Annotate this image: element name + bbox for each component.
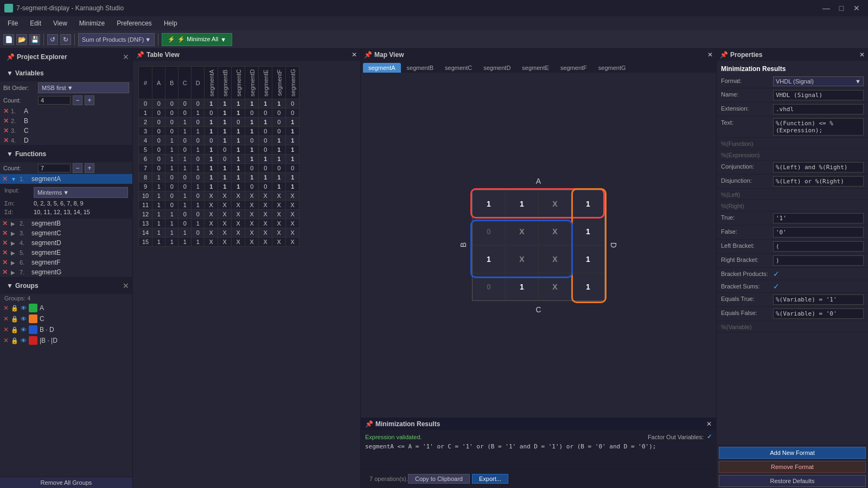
kmap-cell[interactable]: 1 bbox=[572, 246, 604, 273]
copy-clipboard-btn[interactable]: Copy to Clipboard bbox=[408, 474, 470, 484]
format-dropdown[interactable]: Sum of Products (DNF) ▼ bbox=[78, 33, 155, 46]
map-view-close[interactable]: ✕ bbox=[707, 51, 713, 59]
group-A-lock[interactable]: 🔒 bbox=[11, 305, 18, 312]
func-7-remove[interactable]: ✕ bbox=[2, 268, 10, 276]
kmap-cell[interactable]: 1 bbox=[473, 190, 505, 217]
func-count-increase[interactable]: + bbox=[85, 163, 94, 173]
var-count-decrease[interactable]: − bbox=[73, 95, 82, 105]
close-window[interactable]: ✕ bbox=[850, 3, 864, 14]
func-5-expand[interactable]: ▶ bbox=[11, 250, 18, 256]
prop-name-input[interactable] bbox=[773, 90, 864, 100]
prop-extension-input[interactable] bbox=[773, 104, 864, 114]
tab-segG[interactable]: segmentG bbox=[593, 63, 631, 73]
var-count-increase[interactable]: + bbox=[85, 95, 94, 105]
window-controls[interactable]: — □ ✕ bbox=[819, 3, 864, 14]
variables-header[interactable]: ▼ Variables bbox=[0, 65, 132, 81]
functions-header[interactable]: ▼ Functions bbox=[0, 146, 132, 162]
func-item-1[interactable]: ✕ ▼ 1. segmentA bbox=[0, 174, 132, 184]
kmap-cell[interactable]: 0 bbox=[473, 273, 505, 300]
kmap-cell[interactable]: X bbox=[539, 246, 571, 273]
kmap-cell[interactable]: X bbox=[539, 190, 571, 217]
project-explorer-header[interactable]: 📌 Project Explorer ✕ bbox=[0, 49, 132, 65]
kmap-cell[interactable]: 1 bbox=[572, 190, 604, 217]
table-view-close[interactable]: ✕ bbox=[352, 51, 357, 59]
tab-segD[interactable]: segmentD bbox=[478, 63, 516, 73]
group-A-remove[interactable]: ✕ bbox=[3, 304, 9, 312]
kmap-cell[interactable]: 1 bbox=[506, 190, 538, 217]
prop-equals-false-input[interactable] bbox=[773, 309, 864, 319]
func-item-7[interactable]: ✕ ▶ 7. segmentG bbox=[0, 267, 132, 277]
func-4-remove[interactable]: ✕ bbox=[2, 239, 10, 247]
group-nBnD-remove[interactable]: ✕ bbox=[3, 337, 9, 344]
kmap-cell[interactable]: 1 bbox=[506, 273, 538, 300]
var-count-input[interactable]: 4 bbox=[38, 96, 71, 105]
kmap-cell[interactable]: X bbox=[539, 273, 571, 300]
group-A-eye[interactable]: 👁 bbox=[21, 305, 27, 311]
redo-btn[interactable]: ↻ bbox=[60, 34, 71, 45]
kmap-cell[interactable]: X bbox=[506, 218, 538, 245]
func-4-expand[interactable]: ▶ bbox=[11, 240, 18, 246]
func-2-expand[interactable]: ▶ bbox=[11, 221, 18, 227]
group-BD-eye[interactable]: 👁 bbox=[21, 326, 27, 333]
kmap-cell[interactable]: X bbox=[506, 246, 538, 273]
prop-left-bracket-input[interactable] bbox=[773, 241, 864, 252]
groups-header[interactable]: ▼ Groups ✕ bbox=[0, 278, 132, 294]
open-file-btn[interactable]: 📂 bbox=[16, 34, 27, 45]
func-5-remove[interactable]: ✕ bbox=[2, 249, 10, 256]
tab-segE[interactable]: segmentE bbox=[516, 63, 554, 73]
func-7-expand[interactable]: ▶ bbox=[11, 269, 18, 275]
tab-segB[interactable]: segmentB bbox=[401, 63, 439, 73]
export-btn[interactable]: Export... bbox=[472, 474, 508, 484]
func-1-expand[interactable]: ▼ bbox=[11, 176, 18, 182]
var-4-remove[interactable]: ✕ bbox=[3, 137, 9, 144]
func-item-4[interactable]: ✕ ▶ 4. segmentD bbox=[0, 238, 132, 248]
var-3-remove[interactable]: ✕ bbox=[3, 127, 9, 134]
func-6-expand[interactable]: ▶ bbox=[11, 260, 18, 266]
min-results-close[interactable]: ✕ bbox=[706, 420, 712, 428]
prop-bracket-products-check[interactable]: ✓ bbox=[773, 269, 780, 278]
group-BD-lock[interactable]: 🔒 bbox=[11, 326, 18, 333]
kmap-cell[interactable]: 0 bbox=[473, 218, 505, 245]
kmap-cell[interactable]: 1 bbox=[572, 273, 604, 300]
func-item-3[interactable]: ✕ ▶ 3. segmentC bbox=[0, 228, 132, 238]
prop-format-dropdown[interactable]: VHDL (Signal) ▼ bbox=[773, 76, 864, 86]
minimize-window[interactable]: — bbox=[819, 3, 833, 14]
var-1-remove[interactable]: ✕ bbox=[3, 107, 9, 115]
properties-close[interactable]: ✕ bbox=[859, 51, 865, 59]
func-3-expand[interactable]: ▶ bbox=[11, 230, 18, 236]
prop-conjunction-input[interactable] bbox=[773, 162, 864, 172]
undo-btn[interactable]: ↺ bbox=[47, 34, 58, 45]
menu-help[interactable]: Help bbox=[158, 18, 183, 28]
func-2-remove[interactable]: ✕ bbox=[2, 220, 10, 227]
remove-all-groups-btn[interactable]: Remove All Groups bbox=[0, 477, 132, 488]
prop-equals-true-input[interactable] bbox=[773, 294, 864, 305]
prop-disjunction-input[interactable] bbox=[773, 176, 864, 187]
add-new-format-btn[interactable]: Add New Format bbox=[719, 447, 866, 459]
kmap-cell[interactable]: X bbox=[539, 218, 571, 245]
group-nBnD-lock[interactable]: 🔒 bbox=[11, 337, 18, 344]
kmap-cell[interactable]: 1 bbox=[572, 218, 604, 245]
group-C-eye[interactable]: 👁 bbox=[21, 316, 27, 322]
group-C-remove[interactable]: ✕ bbox=[3, 315, 9, 323]
prop-true-input[interactable] bbox=[773, 213, 864, 223]
prop-false-input[interactable] bbox=[773, 227, 864, 237]
group-C-lock[interactable]: 🔒 bbox=[11, 316, 18, 323]
tab-segC[interactable]: segmentC bbox=[439, 63, 477, 73]
var-2-remove[interactable]: ✕ bbox=[3, 117, 9, 125]
menu-view[interactable]: View bbox=[48, 18, 73, 28]
menu-edit[interactable]: Edit bbox=[24, 18, 47, 28]
input-dropdown[interactable]: Minterms ▼ bbox=[34, 187, 128, 198]
bit-order-dropdown[interactable]: MSB first ▼ bbox=[38, 82, 129, 93]
menu-file[interactable]: File bbox=[2, 18, 23, 28]
maximize-window[interactable]: □ bbox=[834, 3, 848, 14]
prop-text-input[interactable]: %(Function) <= %(Expression); bbox=[773, 118, 864, 136]
func-item-2[interactable]: ✕ ▶ 2. segmentB bbox=[0, 219, 132, 228]
remove-format-btn[interactable]: Remove Format bbox=[719, 461, 866, 473]
new-file-btn[interactable]: 📄 bbox=[3, 34, 14, 45]
tab-segF[interactable]: segmentF bbox=[555, 63, 592, 73]
group-BD-remove[interactable]: ✕ bbox=[3, 326, 9, 333]
save-btn[interactable]: 💾 bbox=[29, 34, 40, 45]
func-count-input[interactable]: 7 bbox=[38, 164, 71, 172]
func-item-6[interactable]: ✕ ▶ 6. segmentF bbox=[0, 258, 132, 267]
menu-preferences[interactable]: Preferences bbox=[111, 18, 157, 28]
